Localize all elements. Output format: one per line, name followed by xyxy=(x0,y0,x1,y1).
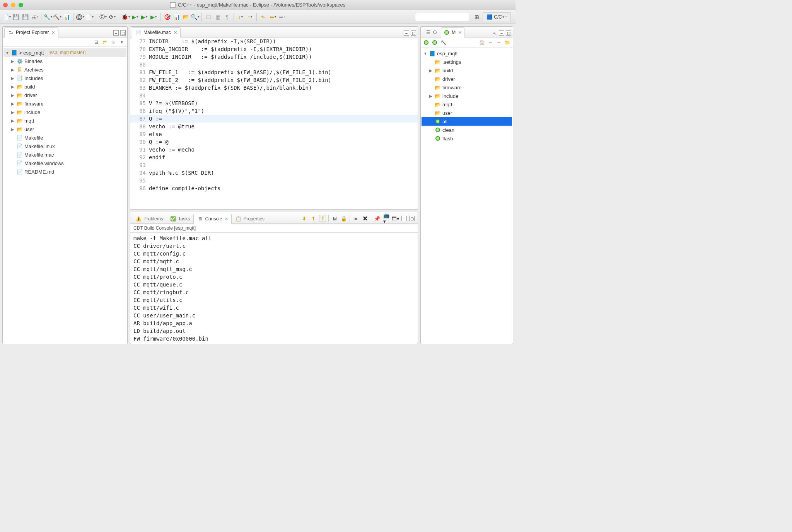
tree-item[interactable]: 📂driver xyxy=(422,75,512,83)
forward-icon[interactable]: ➡ xyxy=(496,39,502,46)
maximize-bottom-button[interactable]: ▢ xyxy=(409,216,415,221)
new-header-button[interactable]: Ⓒ xyxy=(99,13,107,21)
code-line[interactable]: 95 xyxy=(130,177,418,184)
tree-item[interactable]: 📂user xyxy=(3,125,126,133)
pin-console-icon[interactable]: 📌 xyxy=(374,215,381,222)
tree-item[interactable]: 📂firmware xyxy=(422,83,512,92)
tree-item[interactable]: 📂user xyxy=(422,109,512,117)
coverage-run-button[interactable]: ▶ xyxy=(140,13,148,21)
run-button[interactable]: ▶ xyxy=(131,13,139,21)
tree-item[interactable]: 📂.settings xyxy=(422,58,512,66)
new-c-class-button[interactable]: ©️ xyxy=(76,13,84,21)
toggle-mark-button[interactable]: ☐ xyxy=(204,13,213,21)
tree-item[interactable]: 📄Makefile.mac xyxy=(3,150,126,159)
profile-button[interactable]: 📊 xyxy=(172,13,181,21)
view-menu-icon[interactable]: ▾ xyxy=(119,39,125,45)
debug-button[interactable]: 🐞 xyxy=(121,13,130,21)
project-tree[interactable]: 📘 > esp_mqtt [esp_mqtt master] ⚙️Binarie… xyxy=(3,47,127,344)
print-button[interactable]: 🖨 xyxy=(30,13,39,21)
close-icon[interactable]: ✕ xyxy=(174,30,177,35)
code-line[interactable]: 87Q := xyxy=(130,115,418,123)
make-target-clean[interactable]: clean xyxy=(422,126,512,134)
new-button[interactable]: 📄 xyxy=(2,13,11,21)
code-line[interactable]: 81FW_FILE_1 := $(addprefix $(FW_BASE)/,$… xyxy=(130,68,418,76)
code-line[interactable]: 89else xyxy=(130,130,418,138)
last-edit-button[interactable]: ⬑ xyxy=(259,13,268,21)
new-folder-button[interactable]: ⟳ xyxy=(108,13,116,21)
back-icon[interactable]: ⬅ xyxy=(487,39,493,46)
code-line[interactable]: 94vpath %.c $(SRC_DIR) xyxy=(130,169,418,177)
make-target-flash[interactable]: flash xyxy=(422,134,512,143)
code-line[interactable]: 77INCDIR := $(addprefix -I,$(SRC_DIR)) xyxy=(130,38,418,45)
prev-annotation-button[interactable]: ↑ xyxy=(246,13,254,21)
tree-item[interactable]: 📂mqtt xyxy=(3,116,126,125)
tree-item[interactable]: 📄README.md xyxy=(3,167,126,176)
window-maximize-button[interactable] xyxy=(19,3,23,7)
editor-body[interactable]: 77INCDIR := $(addprefix -I,$(SRC_DIR))78… xyxy=(130,38,418,209)
target-button[interactable]: 🎯 xyxy=(163,13,171,21)
maximize-right-button[interactable]: ▢ xyxy=(506,30,511,36)
forward-button[interactable]: ➡ xyxy=(278,13,286,21)
add-target-icon[interactable] xyxy=(423,39,429,46)
tree-item[interactable]: 📄Makefile.linux xyxy=(3,142,126,150)
quick-access-input[interactable] xyxy=(415,13,469,21)
build-c-button[interactable]: 🔧 xyxy=(44,13,52,21)
save-button[interactable]: 💾 xyxy=(12,13,20,21)
code-line[interactable]: 79MODULE_INCDIR := $(addsuffix /include,… xyxy=(130,53,418,61)
close-icon[interactable]: ✕ xyxy=(225,217,228,222)
console-lock-icon[interactable]: 🔒 xyxy=(340,215,347,222)
focus-icon[interactable]: ⊕ xyxy=(110,39,116,45)
code-line[interactable]: 83BLANKER := $(addprefix $(SDK_BASE)/,bi… xyxy=(130,84,418,92)
back-button[interactable]: ⬅ xyxy=(268,13,277,21)
open-perspective-button[interactable]: ⊞ xyxy=(473,13,481,21)
close-icon[interactable]: ✕ xyxy=(51,30,55,35)
tree-item[interactable]: 📂mqtt xyxy=(422,100,512,109)
build-all-button[interactable]: 📊 xyxy=(62,13,71,21)
tree-item[interactable]: 📂firmware xyxy=(3,99,126,108)
tree-item[interactable]: 📂build xyxy=(3,82,126,91)
tree-item[interactable]: 📑Includes xyxy=(3,74,126,82)
tree-item[interactable]: 📄Makefile xyxy=(3,133,126,142)
tree-item[interactable]: 📂build xyxy=(422,66,512,75)
code-line[interactable]: 84 xyxy=(130,92,418,99)
editor-tab[interactable]: 📄 Makefile.mac ✕ xyxy=(132,27,181,38)
make-targets-tree[interactable]: 📘 esp_mqtt 📂.settings📂build📂driver📂firmw… xyxy=(421,48,513,344)
collapse-all-icon[interactable]: ⊟ xyxy=(93,39,99,45)
bottom-tab-tasks[interactable]: ✅Tasks xyxy=(167,214,194,224)
code-line[interactable]: 91vecho := @echo xyxy=(130,146,418,153)
perspective-tab-cpp[interactable]: 🟦 C/C++ xyxy=(483,12,511,21)
console-output[interactable]: make -f Makefile.mac all CC driver/uart.… xyxy=(130,233,418,344)
new-c-source-button[interactable]: 📄 xyxy=(85,13,94,21)
maximize-editor-button[interactable]: ▢ xyxy=(411,30,416,36)
link-editor-icon[interactable]: ⇄ xyxy=(102,39,108,45)
code-line[interactable]: 93 xyxy=(130,161,418,169)
code-line[interactable]: 85V ?= $(VERBOSE) xyxy=(130,99,418,107)
tab-make-targets[interactable]: M ✕ xyxy=(441,27,464,38)
window-close-button[interactable] xyxy=(3,3,8,7)
code-line[interactable]: 92endif xyxy=(130,153,418,161)
minimize-editor-button[interactable]: – xyxy=(404,30,409,36)
code-line[interactable]: 96define compile-objects xyxy=(130,184,418,192)
overflow-indicator[interactable]: »₁ xyxy=(493,31,497,36)
search-c-button[interactable]: 🔍 xyxy=(191,13,199,21)
tree-item[interactable]: 📂include xyxy=(422,92,512,100)
tree-item[interactable]: 📄Makefile.windows xyxy=(3,159,126,167)
save-all-button[interactable]: 💾 xyxy=(21,13,29,21)
bottom-tab-problems[interactable]: ⚠️Problems xyxy=(132,214,167,224)
code-line[interactable]: 80 xyxy=(130,61,418,68)
tree-item[interactable]: 📂include xyxy=(3,108,126,116)
hide-folders-icon[interactable]: 📁 xyxy=(504,39,510,46)
targets-root[interactable]: 📘 esp_mqtt xyxy=(422,49,512,58)
tree-item[interactable]: 📂driver xyxy=(3,91,126,99)
open-folder-button[interactable]: 📂 xyxy=(181,13,190,21)
code-line[interactable]: 78EXTRA_INCDIR := $(addprefix -I,$(EXTRA… xyxy=(130,45,418,53)
window-minimize-button[interactable] xyxy=(11,3,15,7)
profile-run-button[interactable]: ▶ xyxy=(149,13,158,21)
tab-project-explorer[interactable]: 🗂 Project Explorer ✕ xyxy=(4,27,58,38)
next-annotation-button[interactable]: ↓ xyxy=(236,13,245,21)
wrap-icon[interactable]: ≡ xyxy=(352,215,359,222)
display-selected-console-icon[interactable]: 📺▾ xyxy=(383,215,390,222)
minimize-view-button[interactable]: – xyxy=(113,30,119,36)
bottom-tab-properties[interactable]: 📋Properties xyxy=(232,214,268,224)
scroll-down-icon[interactable]: ⬇ xyxy=(300,215,307,222)
